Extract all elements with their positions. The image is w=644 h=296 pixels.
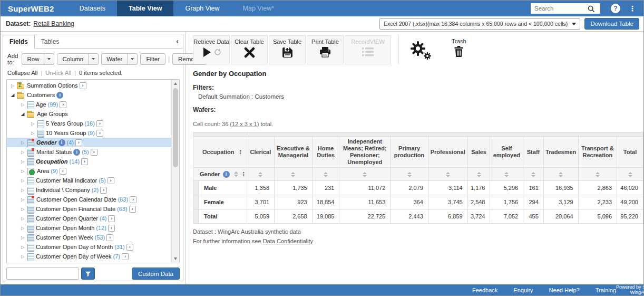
scroll-down-icon[interactable] [172, 255, 179, 263]
open-field-arrow-icon[interactable]: › [122, 253, 129, 260]
tree-item-customer-open-financial-date[interactable]: ▷Customer Open Financial Date(63)› [7, 204, 171, 214]
open-field-arrow-icon[interactable]: › [91, 149, 97, 156]
tree-item-accounts[interactable]: ◢Accounts [7, 261, 171, 263]
open-field-arrow-icon[interactable]: › [60, 101, 66, 108]
open-field-arrow-icon[interactable]: › [60, 168, 66, 175]
nav-tab-map-view[interactable]: Map View* [231, 1, 286, 16]
scrollbar-thumb[interactable] [173, 88, 178, 167]
cell-count-link[interactable]: 12 x 3 x 1 [232, 121, 257, 127]
tree-item-customers[interactable]: ◢Customersi [7, 90, 171, 100]
expand-toggle-icon[interactable]: ▷ [30, 131, 36, 136]
sort-icon[interactable] [407, 172, 412, 177]
row-gutter-cell[interactable] [193, 181, 199, 195]
recordview-button[interactable]: RecordVIEW [345, 35, 391, 64]
sort-icon[interactable] [628, 172, 632, 177]
nav-tab-table-view[interactable]: Table View [117, 1, 173, 16]
open-field-arrow-icon[interactable]: › [129, 206, 136, 213]
column-dropdown-icon[interactable] [88, 54, 98, 64]
tree-item-10-years-group[interactable]: ▷10 Years Group(9)› [7, 128, 171, 138]
clear-table-button[interactable]: Clear Table [231, 35, 268, 64]
expand-toggle-icon[interactable]: ▷ [19, 197, 26, 202]
tree-item-age[interactable]: ▷Age(99)› [7, 100, 171, 109]
open-field-arrow-icon[interactable]: › [108, 177, 114, 184]
row-dropdown-icon[interactable] [44, 54, 54, 64]
sort-icon[interactable] [324, 172, 328, 177]
collapse-all-link[interactable]: Collapse All [7, 70, 37, 76]
expand-toggle-icon[interactable]: ▷ [19, 140, 26, 145]
scroll-up-icon[interactable] [172, 80, 179, 88]
sort-icon[interactable] [234, 171, 238, 177]
tree-item-area[interactable]: ▷Area(9)› [7, 166, 171, 176]
tab-fields[interactable]: Fields [3, 35, 35, 49]
expand-toggle-icon[interactable]: ▷ [19, 216, 26, 221]
print-table-button[interactable]: Print Table [307, 35, 344, 64]
trash-button[interactable]: Trash [437, 35, 472, 64]
row-menu-kebab-icon[interactable]: ⋮ [241, 171, 247, 177]
menu-kebab-icon[interactable]: ⋮ [626, 1, 643, 16]
feedback-link[interactable]: Feedback [472, 287, 497, 293]
collapse-toggle-icon[interactable]: ◢ [9, 92, 16, 98]
help-icon[interactable]: ? [611, 4, 620, 13]
add-to-wafer-button[interactable]: Wafer [101, 53, 138, 65]
open-field-arrow-icon[interactable]: › [108, 215, 115, 222]
enquiry-link[interactable]: Enquiry [513, 287, 533, 293]
expand-toggle-icon[interactable]: ▷ [19, 207, 26, 212]
tree-item-customer-open-quarter[interactable]: ▷Customer Open Quarter(4)› [7, 214, 171, 223]
expand-toggle-icon[interactable]: ▷ [19, 226, 26, 231]
tree-item-customer-open-week[interactable]: ▷Customer Open Week(53)› [7, 233, 171, 242]
expand-toggle-icon[interactable]: ▷ [19, 245, 26, 250]
save-table-button[interactable]: Save Table [269, 35, 306, 64]
expand-toggle-icon[interactable]: ▷ [19, 159, 26, 164]
sort-icon[interactable] [559, 172, 563, 177]
sort-icon[interactable] [258, 172, 262, 177]
nav-tab-graph-view[interactable]: Graph View [173, 1, 231, 16]
info-icon[interactable]: i [56, 92, 63, 99]
sort-icon[interactable] [446, 172, 450, 177]
dataset-name-link[interactable]: Retail Banking [33, 20, 74, 27]
download-table-button[interactable]: Download Table [584, 18, 639, 30]
expand-toggle-icon[interactable]: ▷ [19, 102, 26, 107]
open-field-arrow-icon[interactable]: › [108, 225, 115, 232]
open-field-arrow-icon[interactable]: › [130, 196, 136, 203]
column-menu-kebab-icon[interactable]: ⋮ [238, 149, 243, 155]
open-field-arrow-icon[interactable]: › [96, 130, 103, 137]
tree-item-individual-company[interactable]: ▷Individual \ Company(2)› [7, 185, 171, 195]
retrieve-data-button[interactable]: Retrieve Data [193, 35, 230, 64]
expand-toggle-icon[interactable]: ▷ [19, 254, 26, 259]
sort-icon[interactable] [504, 172, 509, 177]
column-gutter-cell[interactable] [247, 132, 643, 137]
apply-filter-button[interactable] [81, 268, 95, 280]
sort-icon[interactable] [291, 172, 295, 177]
nav-tab-datasets[interactable]: Datasets [68, 1, 117, 16]
export-format-select[interactable]: Excel 2007 (.xlsx)(max 16,384 columns x … [379, 18, 580, 30]
expand-toggle-icon[interactable]: ▷ [19, 235, 26, 240]
tree-item-age-groups[interactable]: ◢Age Groups [7, 109, 171, 119]
tree-item-marital-status[interactable]: ▷Marital Statusi(5)› [7, 147, 171, 157]
collapse-sidebar-icon[interactable]: ‹ [176, 37, 179, 45]
collapse-toggle-icon[interactable]: ◢ [19, 111, 26, 117]
sort-icon[interactable] [596, 172, 600, 177]
tree-filter-input[interactable] [6, 268, 79, 280]
info-icon[interactable]: i [223, 171, 230, 178]
data-confidentiality-link[interactable]: Data Confidentiality [263, 238, 313, 244]
open-field-arrow-icon[interactable]: › [81, 158, 88, 165]
tree-item-customer-mail-indicator[interactable]: ▷Customer Mail Indicator(5)› [7, 176, 171, 185]
tab-tables[interactable]: Tables [35, 35, 66, 48]
filter-button[interactable]: Filter [140, 53, 165, 65]
add-to-row-button[interactable]: Row [22, 53, 54, 65]
sort-icon[interactable] [531, 172, 535, 177]
open-field-arrow-icon[interactable]: › [80, 82, 86, 89]
open-field-arrow-icon[interactable]: › [96, 120, 103, 127]
search-input[interactable] [534, 5, 587, 12]
search-icon[interactable] [587, 5, 595, 13]
sort-icon[interactable] [363, 172, 367, 177]
expand-toggle-icon[interactable]: ▷ [19, 150, 26, 155]
wafer-dropdown-icon[interactable] [127, 54, 137, 64]
expand-toggle-icon[interactable]: ▷ [9, 83, 16, 88]
search-box[interactable] [531, 3, 600, 14]
tree-scrollbar[interactable] [171, 80, 179, 263]
tree-item-customer-open-calendar-date[interactable]: ▷Customer Open Calendar Date(63)› [7, 195, 171, 204]
tree-item-5-years-group[interactable]: ▷5 Years Group(16)› [7, 119, 171, 128]
expand-toggle-icon[interactable]: ▷ [19, 169, 26, 174]
open-field-arrow-icon[interactable]: › [75, 139, 82, 146]
